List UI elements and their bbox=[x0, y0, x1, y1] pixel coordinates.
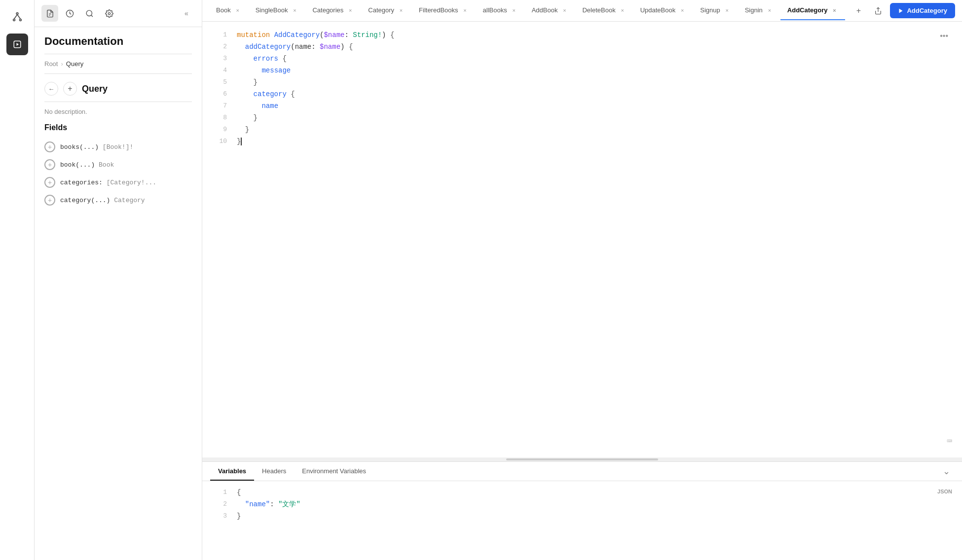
add-tab-button[interactable]: + bbox=[851, 3, 866, 19]
tab-close-book[interactable]: × bbox=[234, 6, 242, 14]
tab-singlebook[interactable]: SingleBook × bbox=[249, 1, 306, 20]
bottom-panel: Variables Headers Environment Variables … bbox=[202, 461, 962, 560]
variables-editor[interactable]: JSON 1 { 2 "name": "文学" 3 } bbox=[202, 481, 962, 560]
field-text-categories: categories: [Category!... bbox=[60, 179, 156, 186]
tab-allbooks[interactable]: allBooks × bbox=[476, 1, 525, 20]
share-button[interactable] bbox=[870, 3, 886, 19]
field-text-book: book(...) Book bbox=[60, 161, 114, 169]
graph-icon-btn[interactable] bbox=[6, 6, 28, 28]
tab-close-addbook[interactable]: × bbox=[560, 6, 568, 14]
field-add-icon-books: + bbox=[44, 141, 55, 152]
tab-close-category[interactable]: × bbox=[397, 6, 405, 14]
editor-area: 1 mutation AddCategory($name: String!) {… bbox=[202, 22, 962, 560]
svg-point-2 bbox=[19, 19, 21, 21]
tab-close-updatebook[interactable]: × bbox=[678, 6, 686, 14]
svg-line-11 bbox=[91, 15, 92, 16]
code-line-1: 1 mutation AddCategory($name: String!) { bbox=[202, 30, 962, 41]
tab-close-filteredbooks[interactable]: × bbox=[461, 6, 469, 14]
history-button[interactable] bbox=[61, 5, 78, 22]
tab-signup[interactable]: Signup × bbox=[693, 1, 738, 20]
var-line-3: 3 } bbox=[202, 511, 962, 523]
query-header: ← + Query bbox=[44, 82, 192, 96]
breadcrumb-separator: › bbox=[61, 60, 63, 68]
search-button[interactable] bbox=[81, 5, 98, 22]
field-item-book[interactable]: + book(...) Book bbox=[44, 156, 192, 174]
run-button[interactable]: AddCategory bbox=[890, 3, 955, 18]
tab-close-signup[interactable]: × bbox=[723, 6, 731, 14]
scroll-bar[interactable] bbox=[202, 457, 962, 461]
field-item-books[interactable]: + books(...) [Book!]! bbox=[44, 138, 192, 156]
tab-deletebook[interactable]: DeleteBook × bbox=[575, 1, 633, 20]
var-line-2: 2 "name": "文学" bbox=[202, 499, 962, 511]
no-description: No description. bbox=[44, 108, 192, 115]
code-editor[interactable]: 1 mutation AddCategory($name: String!) {… bbox=[202, 22, 962, 457]
sidebar-content: Documentation Root › Query ← + Query No … bbox=[35, 27, 202, 560]
tab-category[interactable]: Category × bbox=[361, 1, 412, 20]
tab-close-singlebook[interactable]: × bbox=[291, 6, 298, 14]
tab-categories[interactable]: Categories × bbox=[305, 1, 361, 20]
svg-line-4 bbox=[17, 14, 20, 19]
tab-close-deletebook[interactable]: × bbox=[619, 6, 627, 14]
tabs-actions: + AddCategory bbox=[851, 3, 955, 19]
settings-button[interactable] bbox=[101, 5, 117, 22]
tab-filteredbooks[interactable]: FilteredBooks × bbox=[412, 1, 476, 20]
collapse-bottom-panel-button[interactable]: ⌄ bbox=[939, 462, 954, 481]
field-item-categories[interactable]: + categories: [Category!... bbox=[44, 174, 192, 191]
run-button-label: AddCategory bbox=[907, 7, 947, 14]
tab-close-allbooks[interactable]: × bbox=[510, 6, 518, 14]
scroll-thumb bbox=[506, 458, 658, 460]
svg-point-0 bbox=[16, 13, 18, 15]
field-text-category: category(...) Category bbox=[60, 197, 145, 204]
tab-close-addcategory[interactable]: × bbox=[830, 6, 838, 14]
fields-title: Fields bbox=[44, 123, 192, 132]
back-button[interactable]: ← bbox=[44, 82, 58, 96]
bottom-tab-env-variables[interactable]: Environment Variables bbox=[294, 462, 374, 481]
sidebar-toolbar: « bbox=[35, 0, 202, 27]
code-line-5: 5 } bbox=[202, 77, 962, 89]
breadcrumb: Root › Query bbox=[44, 60, 192, 74]
bottom-tab-headers[interactable]: Headers bbox=[254, 462, 294, 481]
fields-list: + books(...) [Book!]! + book(...) Book +… bbox=[44, 138, 192, 209]
code-line-7: 7 name bbox=[202, 101, 962, 112]
code-line-8: 8 } bbox=[202, 112, 962, 124]
sidebar-title: Documentation bbox=[44, 35, 192, 48]
add-query-button[interactable]: + bbox=[63, 82, 77, 96]
bottom-tab-variables[interactable]: Variables bbox=[210, 462, 254, 481]
breadcrumb-current: Query bbox=[66, 60, 83, 68]
field-add-icon-category: + bbox=[44, 195, 55, 206]
json-label: JSON bbox=[937, 487, 952, 496]
code-line-4: 4 message bbox=[202, 65, 962, 77]
svg-marker-14 bbox=[899, 8, 903, 13]
svg-point-10 bbox=[86, 10, 92, 16]
code-line-2: 2 addCategory(name: $name) { bbox=[202, 41, 962, 53]
sidebar-divider bbox=[44, 54, 192, 54]
code-line-10: 10 } bbox=[202, 136, 962, 148]
field-add-icon-book: + bbox=[44, 159, 55, 170]
more-menu-button[interactable]: ••• bbox=[936, 30, 952, 42]
tabs-bar: Book × SingleBook × Categories × Categor… bbox=[202, 0, 962, 22]
tab-updatebook[interactable]: UpdateBook × bbox=[633, 1, 694, 20]
code-line-3: 3 errors { bbox=[202, 53, 962, 65]
tab-close-categories[interactable]: × bbox=[346, 6, 354, 14]
query-divider bbox=[44, 102, 192, 102]
main-area: Book × SingleBook × Categories × Categor… bbox=[202, 0, 962, 560]
tab-book[interactable]: Book × bbox=[209, 1, 249, 20]
svg-point-12 bbox=[108, 12, 110, 14]
icon-bar bbox=[0, 0, 35, 560]
var-line-1: 1 { bbox=[202, 487, 962, 499]
docs-button[interactable] bbox=[41, 5, 58, 22]
play-icon-btn[interactable] bbox=[6, 34, 28, 55]
tab-addbook[interactable]: AddBook × bbox=[525, 1, 576, 20]
tab-addcategory[interactable]: AddCategory × bbox=[780, 1, 846, 20]
breadcrumb-root[interactable]: Root bbox=[44, 60, 58, 68]
svg-line-3 bbox=[14, 14, 17, 19]
field-item-category[interactable]: + category(...) Category bbox=[44, 191, 192, 209]
query-title: Query bbox=[82, 84, 108, 94]
tab-signin[interactable]: Signin × bbox=[738, 1, 780, 20]
sidebar: « Documentation Root › Query ← + Query N… bbox=[35, 0, 202, 560]
collapse-sidebar-button[interactable]: « bbox=[178, 5, 195, 22]
code-line-9: 9 } bbox=[202, 124, 962, 136]
field-text-books: books(...) [Book!]! bbox=[60, 143, 133, 151]
tab-close-signin[interactable]: × bbox=[766, 6, 774, 14]
keyboard-icon: ⌨ bbox=[947, 434, 952, 450]
